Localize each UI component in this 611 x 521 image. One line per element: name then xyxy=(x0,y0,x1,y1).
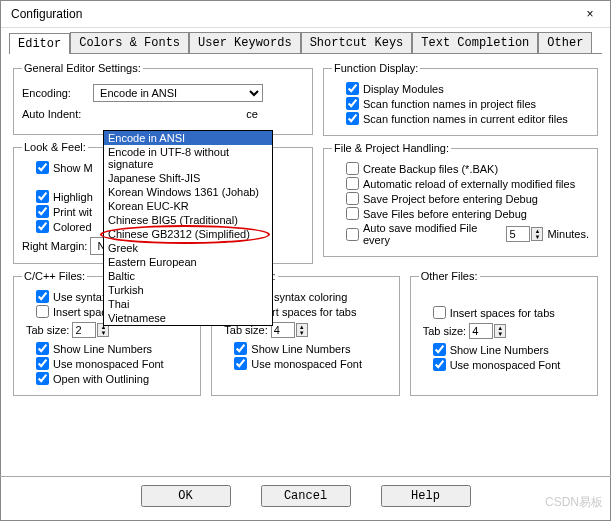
show-m-check[interactable] xyxy=(36,161,49,174)
right-margin-label: Right Margin: xyxy=(22,240,87,252)
cc-tabsize-input[interactable] xyxy=(72,322,96,338)
scan-editor-label: Scan function names in current editor fi… xyxy=(363,113,568,125)
tab-shortcut-keys[interactable]: Shortcut Keys xyxy=(301,32,413,53)
cc-syntax-check[interactable] xyxy=(36,290,49,303)
other-mono-check[interactable] xyxy=(433,358,446,371)
asm-mono-label: Use monospaced Font xyxy=(251,358,362,370)
display-modules-check[interactable] xyxy=(346,82,359,95)
encoding-label: Encoding: xyxy=(22,87,90,99)
colored-check[interactable] xyxy=(36,220,49,233)
asm-mono-check[interactable] xyxy=(234,357,247,370)
tab-other[interactable]: Other xyxy=(538,32,592,53)
encoding-option[interactable]: Japanese Shift-JIS xyxy=(104,171,272,185)
other-spaces-label: Insert spaces for tabs xyxy=(450,307,555,319)
cancel-button[interactable]: Cancel xyxy=(261,485,351,507)
autosave-spinner[interactable]: ▲▼ xyxy=(506,226,543,242)
general-legend: General Editor Settings: xyxy=(22,62,143,74)
other-legend: Other Files: xyxy=(419,270,480,282)
highlight-label: Highligh xyxy=(53,191,93,203)
cc-linenum-label: Show Line Numbers xyxy=(53,343,152,355)
file-project-group: File & Project Handling: Create Backup f… xyxy=(323,142,598,257)
cc-legend: C/C++ Files: xyxy=(22,270,87,282)
save-files-check[interactable] xyxy=(346,207,359,220)
encoding-select[interactable]: Encode in ANSI xyxy=(93,84,263,102)
asm-linenum-label: Show Line Numbers xyxy=(251,343,350,355)
ok-button[interactable]: OK xyxy=(141,485,231,507)
save-proj-check[interactable] xyxy=(346,192,359,205)
tab-editor[interactable]: Editor xyxy=(9,33,70,54)
cc-outline-check[interactable] xyxy=(36,372,49,385)
cc-spaces-check[interactable] xyxy=(36,305,49,318)
autosave-input[interactable] xyxy=(506,226,530,242)
asm-tabsize-spinner[interactable]: ▲▼ xyxy=(271,322,308,338)
other-mono-label: Use monospaced Font xyxy=(450,359,561,371)
encoding-option[interactable]: Turkish xyxy=(104,283,272,297)
other-tabsize-spinner[interactable]: ▲▼ xyxy=(469,323,506,339)
titlebar: Configuration × xyxy=(1,1,610,28)
highlight-check[interactable] xyxy=(36,190,49,203)
watermark: CSDN易板 xyxy=(545,494,603,511)
autosave-check[interactable] xyxy=(346,228,359,241)
cc-mono-check[interactable] xyxy=(36,357,49,370)
spin-down-icon[interactable]: ▼ xyxy=(297,330,307,336)
colored-label: Colored xyxy=(53,221,92,233)
asm-linenum-check[interactable] xyxy=(234,342,247,355)
encoding-option[interactable]: Baltic xyxy=(104,269,272,283)
fileproj-legend: File & Project Handling: xyxy=(332,142,451,154)
cc-linenum-check[interactable] xyxy=(36,342,49,355)
print-check[interactable] xyxy=(36,205,49,218)
help-button[interactable]: Help xyxy=(381,485,471,507)
encoding-option[interactable]: Eastern European xyxy=(104,255,272,269)
save-proj-label: Save Project before entering Debug xyxy=(363,193,538,205)
func-legend: Function Display: xyxy=(332,62,420,74)
print-label: Print wit xyxy=(53,206,92,218)
window-title: Configuration xyxy=(11,7,82,21)
dialog-button-row: OK Cancel Help xyxy=(0,476,611,515)
other-tabsize-label: Tab size: xyxy=(423,325,466,337)
spin-down-icon[interactable]: ▼ xyxy=(495,331,505,337)
look-legend: Look & Feel: xyxy=(22,141,88,153)
display-modules-label: Display Modules xyxy=(363,83,444,95)
show-m-label: Show M xyxy=(53,162,93,174)
autosave-pre-label: Auto save modified File every xyxy=(363,222,502,246)
spin-down-icon[interactable]: ▼ xyxy=(98,330,108,336)
other-files-group: Other Files: Insert spaces for tabs Tab … xyxy=(410,270,598,396)
backup-label: Create Backup files (*.BAK) xyxy=(363,163,498,175)
encoding-option[interactable]: Encode in ANSI xyxy=(104,131,272,145)
cc-outline-label: Open with Outlining xyxy=(53,373,149,385)
other-linenum-label: Show Line Numbers xyxy=(450,344,549,356)
autoindent-suffix: ce xyxy=(246,108,258,120)
tab-colors-fonts[interactable]: Colors & Fonts xyxy=(70,32,189,53)
scan-project-label: Scan function names in project files xyxy=(363,98,536,110)
tab-strip: Editor Colors & Fonts User Keywords Shor… xyxy=(9,32,602,54)
function-display-group: Function Display: Display Modules Scan f… xyxy=(323,62,598,136)
tab-text-completion[interactable]: Text Completion xyxy=(412,32,538,53)
scan-editor-check[interactable] xyxy=(346,112,359,125)
save-files-label: Save Files before entering Debug xyxy=(363,208,527,220)
encoding-option[interactable]: Encode in UTF-8 without signature xyxy=(104,145,272,171)
asm-tabsize-input[interactable] xyxy=(271,322,295,338)
other-linenum-check[interactable] xyxy=(433,343,446,356)
general-editor-group: General Editor Settings: Encoding: Encod… xyxy=(13,62,313,135)
cc-mono-label: Use monospaced Font xyxy=(53,358,164,370)
backup-check[interactable] xyxy=(346,162,359,175)
encoding-dropdown-list[interactable]: Encode in ANSI Encode in UTF-8 without s… xyxy=(103,130,273,326)
encoding-option[interactable]: Greek xyxy=(104,241,272,255)
other-spaces-check[interactable] xyxy=(433,306,446,319)
scan-project-check[interactable] xyxy=(346,97,359,110)
autoindent-label: Auto Indent: xyxy=(22,108,90,120)
encoding-option[interactable]: Chinese BIG5 (Traditional) xyxy=(104,213,272,227)
close-icon[interactable]: × xyxy=(580,7,600,21)
tab-user-keywords[interactable]: User Keywords xyxy=(189,32,301,53)
encoding-option[interactable]: Thai xyxy=(104,297,272,311)
autoreload-label: Automatic reload of externally modified … xyxy=(363,178,575,190)
encoding-option[interactable]: Korean Windows 1361 (Johab) xyxy=(104,185,272,199)
encoding-option[interactable]: Korean EUC-KR xyxy=(104,199,272,213)
spin-down-icon[interactable]: ▼ xyxy=(532,234,542,240)
encoding-option-highlighted[interactable]: Chinese GB2312 (Simplified) xyxy=(104,227,272,241)
other-tabsize-input[interactable] xyxy=(469,323,493,339)
autoreload-check[interactable] xyxy=(346,177,359,190)
encoding-option[interactable]: Vietnamese xyxy=(104,311,272,325)
autosave-post-label: Minutes. xyxy=(547,228,589,240)
cc-tabsize-label: Tab size: xyxy=(26,324,69,336)
